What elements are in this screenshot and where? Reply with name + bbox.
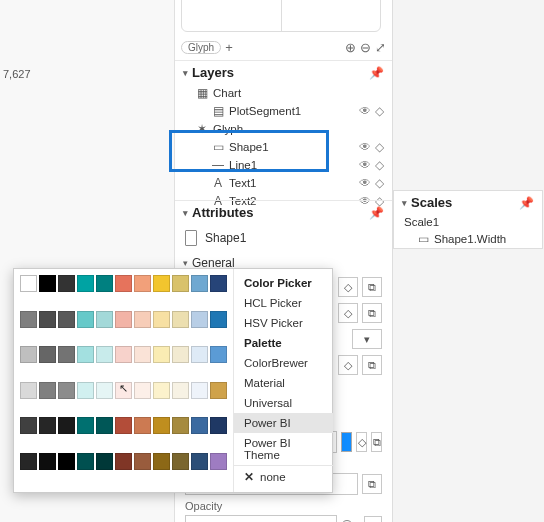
color-swatch[interactable] — [172, 346, 189, 363]
color-swatch[interactable] — [153, 382, 170, 399]
pin-icon[interactable]: 📌 — [369, 206, 384, 220]
universal-item[interactable]: Universal — [234, 393, 333, 413]
hsv-picker-item[interactable]: HSV Picker — [234, 313, 333, 333]
scale-item[interactable]: Scale1 — [394, 214, 542, 230]
color-swatch[interactable] — [20, 346, 37, 363]
color-swatch[interactable] — [115, 311, 132, 328]
layer-chart[interactable]: ▦ Chart — [175, 84, 392, 102]
color-swatch[interactable] — [172, 311, 189, 328]
visibility-icon[interactable]: 👁 — [357, 140, 373, 154]
color-swatch[interactable] — [39, 453, 56, 470]
layer-plotsegment[interactable]: ▤ PlotSegment1 👁 ◇ — [175, 102, 392, 120]
color-swatch[interactable] — [58, 311, 75, 328]
eraser-icon[interactable]: ◇ — [373, 140, 386, 154]
color-swatch[interactable] — [210, 311, 227, 328]
color-swatch[interactable] — [115, 382, 132, 399]
color-swatch[interactable] — [134, 311, 151, 328]
color-swatch[interactable] — [77, 275, 94, 292]
color-swatch[interactable] — [39, 346, 56, 363]
link-button[interactable]: ⧉ — [364, 516, 382, 522]
color-swatch[interactable] — [191, 275, 208, 292]
dropdown-button[interactable]: ▾ — [352, 329, 382, 349]
link-button[interactable]: ⧉ — [362, 355, 382, 375]
color-swatch[interactable] — [210, 275, 227, 292]
color-swatch[interactable] — [20, 453, 37, 470]
visibility-icon[interactable]: 👁 — [357, 158, 373, 172]
fill-swatch[interactable] — [341, 432, 352, 452]
visibility-icon[interactable]: 👁 — [357, 104, 373, 118]
powerbi-item[interactable]: Power BI — [234, 413, 333, 433]
powerbi-theme-item[interactable]: Power BI Theme — [234, 433, 333, 465]
pin-icon[interactable]: 📌 — [369, 66, 384, 80]
color-swatch[interactable] — [115, 417, 132, 434]
color-swatch[interactable] — [191, 311, 208, 328]
color-swatch[interactable] — [115, 453, 132, 470]
color-swatch[interactable] — [96, 417, 113, 434]
bind-button[interactable]: ◇ — [338, 277, 358, 297]
color-swatch[interactable] — [172, 382, 189, 399]
color-swatch[interactable] — [210, 382, 227, 399]
color-swatch[interactable] — [20, 311, 37, 328]
color-swatch[interactable] — [210, 417, 227, 434]
color-swatch[interactable] — [153, 311, 170, 328]
color-swatch[interactable] — [172, 417, 189, 434]
layer-glyph[interactable]: ✶ Glyph — [175, 120, 392, 138]
color-swatch[interactable] — [115, 275, 132, 292]
chevron-down-icon[interactable]: ▾ — [183, 208, 188, 218]
color-swatch[interactable] — [172, 275, 189, 292]
chevron-down-icon[interactable]: ▾ — [183, 68, 188, 78]
color-swatch[interactable] — [191, 453, 208, 470]
color-swatch[interactable] — [58, 417, 75, 434]
link-button[interactable]: ⧉ — [371, 432, 382, 452]
link-button[interactable]: ⧉ — [362, 277, 382, 297]
color-swatch[interactable] — [96, 453, 113, 470]
color-swatch[interactable] — [134, 275, 151, 292]
layer-shape1[interactable]: ▭ Shape1 👁 ◇ — [175, 138, 392, 156]
glyph-thumbnail[interactable] — [181, 0, 381, 32]
eraser-icon[interactable]: ◇ — [373, 176, 386, 190]
color-swatch[interactable] — [96, 275, 113, 292]
bind-button[interactable]: ◇ — [338, 303, 358, 323]
none-item[interactable]: ✕ none — [234, 465, 333, 488]
opacity-value[interactable] — [185, 515, 337, 522]
color-swatch[interactable] — [77, 453, 94, 470]
color-swatch[interactable] — [96, 311, 113, 328]
eraser-icon[interactable]: ◇ — [373, 158, 386, 172]
scale-field-item[interactable]: ▭ Shape1.Width — [394, 230, 542, 248]
color-swatch[interactable] — [58, 382, 75, 399]
color-swatch[interactable] — [191, 382, 208, 399]
color-swatch[interactable] — [153, 417, 170, 434]
colorbrewer-item[interactable]: ColorBrewer — [234, 353, 333, 373]
color-swatch[interactable] — [77, 346, 94, 363]
layer-text1[interactable]: A Text1 👁 ◇ — [175, 174, 392, 192]
color-swatch[interactable] — [172, 453, 189, 470]
color-swatch[interactable] — [39, 382, 56, 399]
color-swatch[interactable] — [115, 346, 132, 363]
zoom-fit-icon[interactable]: ⤢ — [375, 40, 386, 55]
add-glyph-button[interactable]: + — [225, 40, 233, 55]
color-swatch[interactable] — [210, 346, 227, 363]
color-swatch[interactable] — [153, 453, 170, 470]
color-swatch[interactable] — [77, 382, 94, 399]
layer-line1[interactable]: — Line1 👁 ◇ — [175, 156, 392, 174]
color-swatch[interactable] — [134, 346, 151, 363]
color-swatch[interactable] — [58, 346, 75, 363]
glyph-chip[interactable]: Glyph — [181, 41, 221, 54]
bind-button[interactable]: ◇ — [338, 355, 358, 375]
link-button[interactable]: ⧉ — [362, 474, 382, 494]
bind-button[interactable]: ◇ — [356, 432, 367, 452]
color-swatch[interactable] — [39, 311, 56, 328]
link-button[interactable]: ⧉ — [362, 303, 382, 323]
pin-icon[interactable]: 📌 — [519, 196, 534, 210]
color-swatch[interactable] — [39, 417, 56, 434]
color-swatch[interactable] — [96, 346, 113, 363]
color-swatch[interactable] — [134, 417, 151, 434]
color-swatch[interactable] — [20, 417, 37, 434]
color-swatch[interactable] — [77, 311, 94, 328]
color-swatch[interactable] — [77, 417, 94, 434]
color-swatch[interactable] — [58, 275, 75, 292]
chevron-down-icon[interactable]: ▾ — [402, 198, 407, 208]
color-swatch[interactable] — [58, 453, 75, 470]
visibility-icon[interactable]: 👁 — [357, 176, 373, 190]
material-item[interactable]: Material — [234, 373, 333, 393]
